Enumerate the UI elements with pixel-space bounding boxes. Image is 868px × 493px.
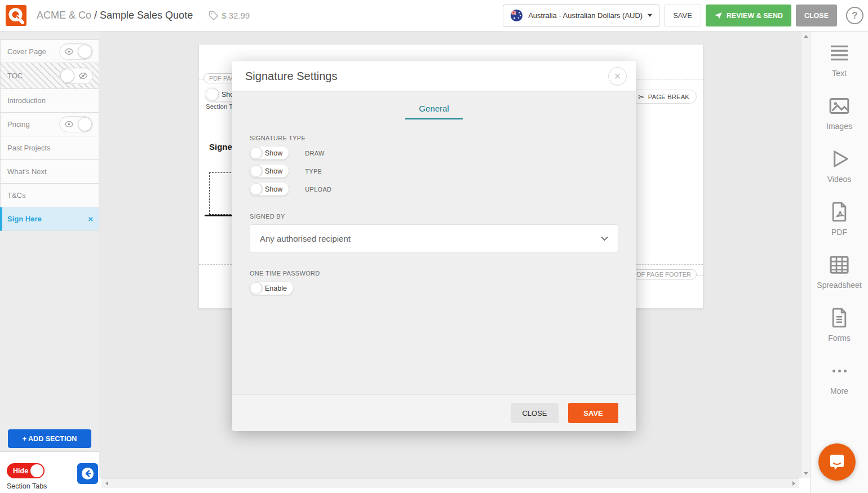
modal-close-icon[interactable]: × (608, 67, 627, 86)
sidebar-item-sign-here[interactable]: Sign Here × (0, 207, 99, 231)
section-list: Cover Page TOC (0, 39, 99, 231)
modal-save-button[interactable]: SAVE (568, 403, 618, 423)
scroll-right-arrow[interactable] (792, 481, 795, 486)
sidebar-item-toc[interactable]: TOC (0, 63, 99, 89)
currency-label: Australia - Australian Dollars (AUD) (528, 11, 643, 20)
scroll-left-arrow[interactable] (105, 481, 108, 486)
signature-type-row-upload: Show UPLOAD (250, 183, 618, 196)
toolbar-item-spreadsheet[interactable]: Spreadsheet (817, 254, 861, 290)
signature-type-row-draw: Show DRAW (250, 146, 618, 159)
eye-off-icon (78, 72, 88, 79)
australia-flag-icon (510, 9, 523, 22)
breadcrumb: ACME & Co / Sample Sales Quote (37, 10, 193, 21)
chat-launcher-button[interactable] (818, 443, 856, 481)
draw-option-label: DRAW (305, 150, 324, 157)
page-break-button[interactable]: ✂ PAGE BREAK (631, 90, 697, 104)
currency-selector[interactable]: Australia - Australian Dollars (AUD) (503, 5, 659, 27)
toolbar-item-forms[interactable]: Forms (828, 307, 851, 343)
arrow-left-circle-icon (81, 467, 94, 480)
text-icon (828, 42, 851, 64)
signed-by-select[interactable]: Any authorised recipient (250, 224, 618, 252)
show-draw-toggle[interactable]: Show (250, 146, 289, 159)
scroll-down-arrow[interactable] (804, 472, 808, 475)
modal-close-button[interactable]: CLOSE (511, 403, 559, 423)
scissors-icon: ✂ (638, 92, 645, 101)
toolbar-item-text[interactable]: Text (828, 42, 851, 78)
toolbar-item-images[interactable]: Images (826, 95, 852, 131)
visibility-toggle[interactable] (59, 116, 93, 132)
upload-option-label: UPLOAD (305, 186, 331, 193)
add-section-button[interactable]: + ADD SECTION (8, 429, 91, 448)
section-tabs-visibility: Hide Section Tabs (7, 463, 47, 490)
send-icon (714, 11, 723, 20)
visibility-toggle[interactable] (59, 43, 93, 60)
chevron-down-icon (648, 14, 652, 17)
signature-settings-modal: Signature Settings × General SIGNATURE T… (232, 61, 636, 431)
modal-footer: CLOSE SAVE (232, 394, 636, 431)
app-window: ACME & Co / Sample Sales Quote $ 32.99 (0, 0, 868, 493)
close-quote-button[interactable]: CLOSE (796, 5, 837, 26)
hide-section-tabs-toggle[interactable]: Hide (7, 463, 45, 478)
pdf-icon (828, 201, 851, 223)
sidebar-item-past-projects[interactable]: Past Projects (0, 136, 99, 160)
chevron-down-icon (601, 236, 608, 241)
sidebar-item-pricing[interactable]: Pricing (0, 113, 99, 136)
section-tabs-label: Section Tabs (7, 482, 47, 490)
content-toolbar: Text Images Videos PDF (810, 32, 868, 493)
modal-tabbar: General (250, 92, 618, 119)
pdf-page-footer-badge[interactable]: PDF PAGE FOOTER (627, 269, 697, 279)
signed-by-label: SIGNED BY (250, 213, 618, 220)
signature-type-label: SIGNATURE TYPE (250, 135, 618, 141)
breadcrumb-separator: / (91, 10, 100, 21)
section-tabs-sidebar: Cover Page TOC (0, 32, 99, 452)
toolbar-item-videos[interactable]: Videos (827, 148, 852, 184)
visibility-toggle[interactable] (59, 68, 93, 84)
modal-body: General SIGNATURE TYPE Show DRAW Show TY… (232, 92, 636, 394)
toolbar-item-pdf[interactable]: PDF (828, 201, 851, 237)
toolbar-item-more[interactable]: More (830, 359, 848, 396)
quote-price: $ 32.99 (209, 11, 250, 20)
company-name: ACME & Co (37, 10, 91, 21)
horizontal-scrollbar[interactable] (101, 478, 799, 488)
images-icon (828, 95, 851, 117)
vertical-scrollbar[interactable] (801, 32, 810, 478)
collapse-sidebar-button[interactable] (77, 463, 98, 484)
sidebar-item-introduction[interactable]: Introduction (0, 89, 99, 113)
quote-title: Sample Sales Quote (100, 10, 193, 21)
remove-section-icon[interactable]: × (88, 214, 93, 224)
tab-general[interactable]: General (405, 104, 462, 119)
signed-by-value: Any authorised recipient (260, 234, 351, 243)
show-upload-toggle[interactable]: Show (250, 183, 289, 196)
sidebar-item-whats-next[interactable]: What's Next (0, 160, 99, 184)
spreadsheet-icon (828, 254, 851, 276)
type-option-label: TYPE (305, 168, 322, 175)
review-send-button[interactable]: REVIEW & SEND (706, 5, 791, 26)
modal-title: Signature Settings (245, 70, 337, 83)
show-type-toggle[interactable]: Show (250, 165, 289, 177)
chat-bubble-icon (827, 452, 847, 472)
signature-type-row-type: Show TYPE (250, 165, 618, 177)
sidebar-item-tandcs[interactable]: T&Cs (0, 184, 99, 207)
save-button[interactable]: SAVE (664, 5, 701, 26)
eye-icon (64, 121, 74, 128)
forms-icon (828, 307, 851, 329)
videos-icon (828, 148, 851, 170)
eye-icon (64, 48, 74, 55)
modal-header: Signature Settings × (232, 61, 636, 92)
top-bar: ACME & Co / Sample Sales Quote $ 32.99 (0, 0, 868, 32)
sidebar-item-cover-page[interactable]: Cover Page (0, 39, 99, 63)
help-icon[interactable]: ? (846, 7, 863, 24)
scroll-up-arrow[interactable] (804, 35, 808, 38)
more-icon (832, 359, 847, 382)
price-value: $ 32.99 (222, 11, 250, 20)
one-time-password-row: Enable (250, 282, 618, 295)
app-logo-icon (6, 5, 26, 26)
tag-icon (209, 11, 218, 20)
one-time-password-label: ONE TIME PASSWORD (250, 270, 618, 277)
otp-enable-toggle[interactable]: Enable (250, 282, 293, 295)
top-bar-actions: Australia - Australian Dollars (AUD) SAV… (503, 5, 863, 27)
